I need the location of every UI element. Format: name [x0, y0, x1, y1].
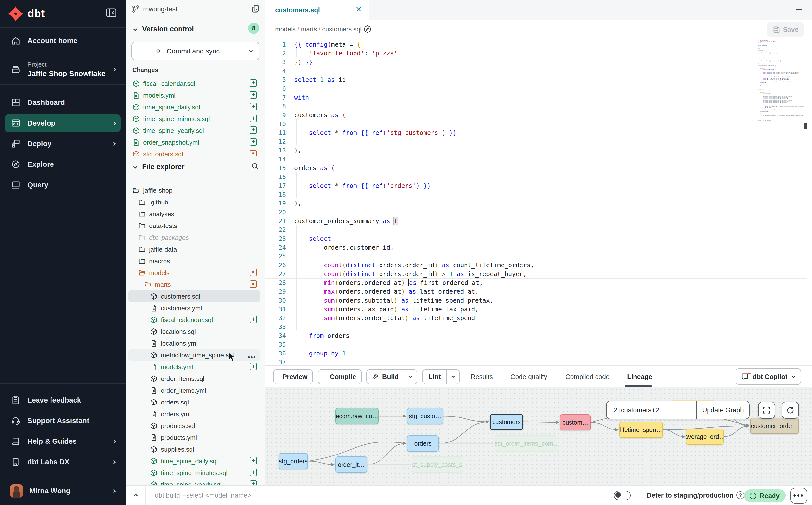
stage-file-button[interactable]: + [250, 79, 257, 87]
tree-item-data-tests[interactable]: data-tests [129, 220, 260, 231]
chevron-up-icon[interactable] [132, 492, 139, 498]
more-options-button[interactable]: ••• [790, 488, 807, 504]
lineage-compass-icon[interactable] [363, 25, 372, 33]
close-icon[interactable] [355, 6, 362, 12]
refresh-button[interactable] [782, 401, 799, 419]
lineage-search-bar[interactable]: 2+customers+2 Update Graph [606, 400, 750, 419]
lineage-node-stg_orders[interactable]: stg_orders [279, 453, 308, 469]
commit-options-chevron[interactable] [242, 42, 259, 60]
breadcrumb-marts[interactable]: marts [301, 25, 317, 33]
fullscreen-button[interactable] [758, 401, 775, 419]
stage-file-button[interactable]: + [250, 469, 257, 476]
stage-file-button[interactable]: + [250, 457, 257, 464]
branch-name[interactable]: mwong-test [143, 5, 177, 13]
tab-lineage[interactable]: Lineage [627, 366, 652, 387]
build-button[interactable]: Build [366, 369, 417, 384]
lineage-node-test_order[interactable]: test_order_items_com… [495, 436, 557, 452]
tree-item-locations-sql[interactable]: locations.sql [129, 326, 260, 337]
lineage-node-lifetime[interactable]: lifetime_spen… [619, 422, 663, 438]
lineage-node-custom[interactable]: custom… [560, 414, 591, 431]
tree-item-time-spine-daily-sql[interactable]: time_spine_daily.sql+ [129, 455, 260, 467]
stage-file-button[interactable]: + [250, 363, 257, 370]
commit-and-sync-button[interactable]: Commit and sync [131, 42, 260, 60]
save-button[interactable]: Save [767, 22, 804, 37]
tab-results[interactable]: Results [471, 366, 493, 387]
tree-item-models[interactable]: models [129, 267, 260, 279]
tree-item-fiscal-calendar-sql[interactable]: fiscal_calendar.sql+ [129, 314, 260, 326]
status-badge-ready[interactable]: Ready [744, 489, 786, 502]
tree-item-jaffle-data[interactable]: jaffle-data [129, 243, 260, 255]
lineage-node-order_it[interactable]: order_it… [335, 457, 367, 473]
tree-item-dbt-packages[interactable]: dbt_packages [129, 231, 260, 243]
copy-icon[interactable] [252, 4, 261, 13]
sidebar-item-project[interactable]: Project Jaffle Shop Snowflake [0, 55, 126, 83]
tree-item-order-items-yml[interactable]: order_items.yml [129, 384, 260, 396]
compile-button[interactable]: Compile [318, 369, 362, 384]
update-graph-button[interactable]: Update Graph [696, 401, 749, 419]
sidebar-item-deploy[interactable]: Deploy [0, 133, 126, 154]
tree-item-orders-sql[interactable]: orders.sql [129, 396, 260, 408]
tree-item-marts[interactable]: marts [129, 279, 260, 290]
tree-item-jaffle-shop[interactable]: jaffle-shop [129, 184, 260, 196]
help-icon[interactable]: ? [737, 491, 744, 499]
stage-file-button[interactable]: + [250, 138, 257, 146]
lineage-node-stg_customers[interactable]: stg_custo… [407, 408, 443, 424]
chevron-down-icon[interactable] [132, 165, 138, 170]
sidebar-item-user[interactable]: Mirna Wong [0, 480, 126, 502]
tab-compiled-code[interactable]: Compiled code [565, 366, 610, 387]
lineage-node-ecom[interactable]: ecom.raw_cu… [335, 408, 378, 424]
tree-item-metricflow-time-spine-sql[interactable]: metricflow_time_spine.sql••• [129, 349, 260, 361]
sidebar-item-dbt-labs-dx[interactable]: dbt Labs DX [0, 452, 126, 472]
sidebar-item-account-home[interactable]: Account home [0, 30, 126, 51]
file-explorer-header[interactable]: File explorer [142, 163, 184, 171]
preview-button[interactable]: Preview [273, 369, 313, 384]
minimap[interactable]: {{ config(meta = { 'favorite_food': 'piz… [758, 40, 809, 122]
change-item[interactable]: models.yml+ [129, 89, 260, 101]
change-item[interactable]: order_snapshot.yml+ [129, 136, 260, 148]
scrollbar-thumb[interactable] [804, 123, 807, 130]
lineage-canvas[interactable]: ecom.raw_cu…stg_custo…customerscustom…li… [265, 387, 812, 486]
tree-item-order-items-sql[interactable]: order_items.sql [129, 373, 260, 384]
tree-item-customers-yml[interactable]: customers.yml [129, 302, 260, 314]
change-item[interactable]: time_spine_yearly.sql+ [129, 125, 260, 136]
change-item[interactable]: time_spine_minutes.sql+ [129, 113, 260, 125]
tree-item-products-yml[interactable]: products.yml [129, 432, 260, 443]
tree-item-analyses[interactable]: analyses [129, 208, 260, 220]
change-item[interactable]: stg_orders.sql [129, 148, 260, 156]
sidebar-item-help-guides[interactable]: Help & Guides [0, 431, 126, 452]
sidebar-item-explore[interactable]: Explore [0, 154, 126, 175]
tree-item-supplies-sql[interactable]: supplies.sql [129, 443, 260, 455]
sidebar-item-query[interactable]: Query [0, 175, 126, 195]
tree-item-products-sql[interactable]: products.sql [129, 420, 260, 432]
tree-item-orders-yml[interactable]: orders.yml [129, 408, 260, 420]
lint-button[interactable]: Lint [422, 369, 460, 384]
new-tab-button[interactable] [795, 5, 803, 14]
tree-item-macros[interactable]: macros [129, 255, 260, 267]
lineage-node-orders[interactable]: orders [407, 436, 439, 452]
breadcrumb-models[interactable]: models [275, 25, 296, 33]
tab-code-quality[interactable]: Code quality [510, 366, 547, 387]
sidebar-item-develop[interactable]: Develop [0, 113, 126, 133]
tab-customers-sql[interactable]: customers.sql [265, 0, 369, 20]
lineage-search-input[interactable]: 2+customers+2 [607, 406, 696, 413]
tree-item-time-spine-minutes-sql[interactable]: time_spine_minutes.sql+ [129, 467, 260, 479]
chevron-down-icon[interactable] [132, 27, 138, 32]
stage-file-button[interactable]: + [250, 103, 257, 110]
lineage-node-test_supply[interactable]: test_supply_costs_s… [412, 457, 463, 473]
lineage-node-customer_orde[interactable]: customer_orde… [750, 418, 799, 434]
dbt-copilot-button[interactable]: dbt Copilot [736, 368, 801, 385]
tree-item-models-yml[interactable]: models.yml+ [129, 361, 260, 373]
tree-item-customers-sql[interactable]: customers.sql [129, 290, 260, 302]
stage-file-button[interactable]: + [250, 481, 257, 485]
lint-options-chevron[interactable] [446, 369, 460, 384]
stage-file-button[interactable]: + [250, 91, 257, 99]
breadcrumb-file[interactable]: customers.sql [322, 25, 361, 33]
change-item[interactable]: fiscal_calendar.sql+ [129, 77, 260, 89]
tree-item-time-spine-yearly-sql[interactable]: time_spine_yearly.sql+ [129, 479, 260, 485]
lineage-node-average[interactable]: average_ord… [686, 429, 724, 445]
item-menu-icon[interactable]: ••• [248, 353, 256, 361]
command-input[interactable]: dbt build --select <model_name> [155, 492, 251, 499]
code-editor[interactable]: 1234567891011121314151617181920212223242… [265, 39, 812, 365]
stage-file-button[interactable]: + [250, 316, 257, 323]
stage-file-button[interactable]: + [250, 127, 257, 134]
